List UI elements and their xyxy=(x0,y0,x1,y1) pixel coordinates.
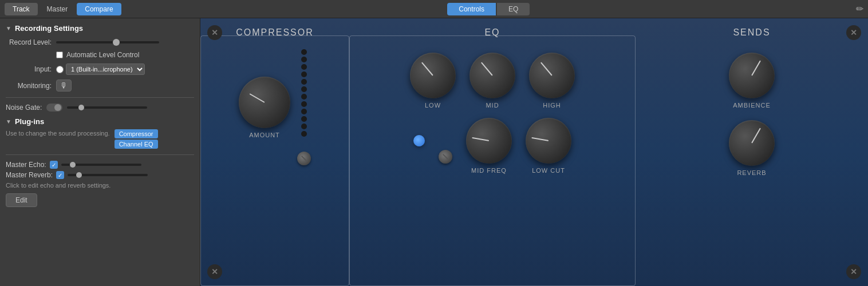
sends-ambience-label: AMBIENCE xyxy=(733,102,770,109)
divider-2 xyxy=(6,154,194,155)
compressor-amount-label: AMOUNT xyxy=(249,132,280,138)
monitoring-label: Monitoring: xyxy=(6,82,52,90)
recording-settings-title: Recording Settings xyxy=(15,24,83,33)
input-label: Input: xyxy=(6,65,52,73)
master-echo-row: Master Echo: ✓ xyxy=(6,161,194,169)
automatic-level-label: Automatic Level Control xyxy=(66,51,139,59)
eq-small-knob-group xyxy=(413,118,425,167)
close-circle-tl[interactable]: ✕ xyxy=(207,25,222,40)
eq-section: EQ LOW xyxy=(349,18,636,286)
sends-reverb-label: REVERB xyxy=(737,169,766,176)
close-circle-bl[interactable]: ✕ xyxy=(207,264,222,279)
eq-mid-knob[interactable] xyxy=(469,53,515,98)
plugins-description: Use to change the sound processing. xyxy=(6,129,110,145)
close-circle-tr[interactable]: ✕ xyxy=(846,25,861,40)
sends-ambience-indicator xyxy=(751,61,761,76)
left-panel: ▼ Recording Settings Record Level: Autom… xyxy=(0,18,200,286)
noise-gate-slider-thumb xyxy=(78,105,84,110)
sends-section: SENDS AMBIENCE REVERB xyxy=(636,18,868,286)
tab-compare[interactable]: Compare xyxy=(77,3,121,15)
bottom-left-close: ✕ xyxy=(207,264,222,279)
eq-title: EQ xyxy=(484,27,500,38)
sends-ambience-knob[interactable] xyxy=(729,53,775,98)
edit-button[interactable]: Edit xyxy=(6,193,37,207)
plugins-list: Compressor Channel EQ xyxy=(115,129,158,149)
meter-dot-12 xyxy=(301,131,307,137)
eq-bottom-row: MID FREQ LOW CUT xyxy=(413,118,571,174)
tab-master[interactable]: Master xyxy=(39,3,76,15)
top-bar-center-buttons: Controls EQ xyxy=(121,3,856,15)
master-reverb-checkbox[interactable]: ✓ xyxy=(56,171,64,179)
compressor-meter-area xyxy=(297,49,311,165)
eq-mid-freq-indicator xyxy=(472,137,489,141)
eq-low-knob[interactable] xyxy=(410,53,456,98)
master-echo-slider[interactable] xyxy=(61,164,141,166)
master-reverb-slider-thumb xyxy=(76,172,82,178)
echo-reverb-description: Click to edit echo and reverb settings. xyxy=(6,181,194,190)
eq-mid-freq-label: MID FREQ xyxy=(471,167,507,174)
close-circle-br[interactable]: ✕ xyxy=(846,264,861,279)
meter-dot-1 xyxy=(301,49,307,55)
center-controls-btn[interactable]: Controls xyxy=(447,3,496,15)
triangle-icon: ▼ xyxy=(6,25,11,31)
master-echo-checkbox[interactable]: ✓ xyxy=(50,161,58,169)
plugin-item-channel-eq[interactable]: Channel EQ xyxy=(115,140,158,149)
eq-high-indicator xyxy=(540,62,553,76)
eq-low-cut-indicator xyxy=(531,137,549,141)
center-eq-btn[interactable]: EQ xyxy=(497,3,530,15)
record-level-thumb xyxy=(113,39,120,46)
sends-ambience-group: AMBIENCE xyxy=(729,53,775,109)
noise-gate-slider[interactable] xyxy=(67,106,147,109)
automatic-level-checkbox[interactable] xyxy=(56,51,63,58)
sends-reverb-indicator xyxy=(751,128,761,144)
eq-high-group: HIGH xyxy=(529,53,575,109)
plugin-item-compressor[interactable]: Compressor xyxy=(115,129,158,138)
plugins-section: ▼ Plug-ins Use to change the sound proce… xyxy=(6,117,194,149)
recording-settings-header: ▼ Recording Settings xyxy=(6,24,194,33)
meter-dot-7 xyxy=(301,94,307,100)
eq-content: LOW MID HIGH xyxy=(355,43,630,174)
monitoring-button[interactable]: 🎙 xyxy=(56,80,72,92)
eq-top-row: LOW MID HIGH xyxy=(410,53,575,109)
compressor-amount-knob[interactable] xyxy=(239,77,290,128)
tab-track[interactable]: Track xyxy=(5,3,38,15)
compressor-content: AMOUNT xyxy=(206,49,344,165)
noise-gate-toggle[interactable] xyxy=(46,104,62,112)
eq-low-cut-group: LOW CUT xyxy=(526,118,571,174)
sends-reverb-knob[interactable] xyxy=(729,120,775,166)
eq-mid-freq-group: MID FREQ xyxy=(466,118,512,174)
pencil-icon[interactable]: ✏ xyxy=(856,4,863,14)
noise-gate-label: Noise Gate: xyxy=(6,104,42,112)
eq-mid-group: MID xyxy=(469,53,515,109)
input-radio[interactable] xyxy=(56,66,64,73)
plugins-triangle-icon: ▼ xyxy=(6,118,11,125)
record-level-label: Record Level: xyxy=(6,38,52,46)
master-reverb-slider[interactable] xyxy=(68,174,148,176)
eq-low-cut-label: LOW CUT xyxy=(532,167,565,174)
eq-screw[interactable] xyxy=(439,150,452,164)
meter-dot-3 xyxy=(301,64,307,70)
eq-mid-label: MID xyxy=(486,102,499,109)
eq-high-knob[interactable] xyxy=(529,53,575,98)
eq-small-blue-knob[interactable] xyxy=(413,135,425,146)
plugins-layout: Use to change the sound processing. Comp… xyxy=(6,129,194,149)
noise-gate-row: Noise Gate: xyxy=(6,104,194,112)
eq-mid-freq-knob[interactable] xyxy=(466,118,512,164)
instrument-row: ✕ ✕ ✕ ✕ COMPRESSOR xyxy=(200,18,868,286)
master-reverb-checkmark: ✓ xyxy=(58,172,62,178)
record-level-slider[interactable] xyxy=(56,41,159,43)
meter-dot-5 xyxy=(301,79,307,85)
noise-gate-toggle-thumb xyxy=(54,104,61,111)
master-echo-slider-thumb xyxy=(70,162,76,168)
eq-low-indicator xyxy=(421,62,433,76)
input-select[interactable]: 1 (Built-in...icrophone) xyxy=(66,63,145,75)
eq-high-label: HIGH xyxy=(543,102,561,109)
compressor-meter-dots xyxy=(301,49,307,137)
eq-low-cut-knob[interactable] xyxy=(526,118,571,164)
top-bar: Track Master Compare Controls EQ ✏ xyxy=(0,0,868,18)
input-row: Input: 1 (Built-in...icrophone) xyxy=(6,63,194,75)
compressor-trim-knob[interactable] xyxy=(297,152,311,165)
meter-dot-2 xyxy=(301,57,307,62)
meter-dot-4 xyxy=(301,72,307,77)
compressor-section: COMPRESSOR AMOUNT xyxy=(200,18,349,286)
